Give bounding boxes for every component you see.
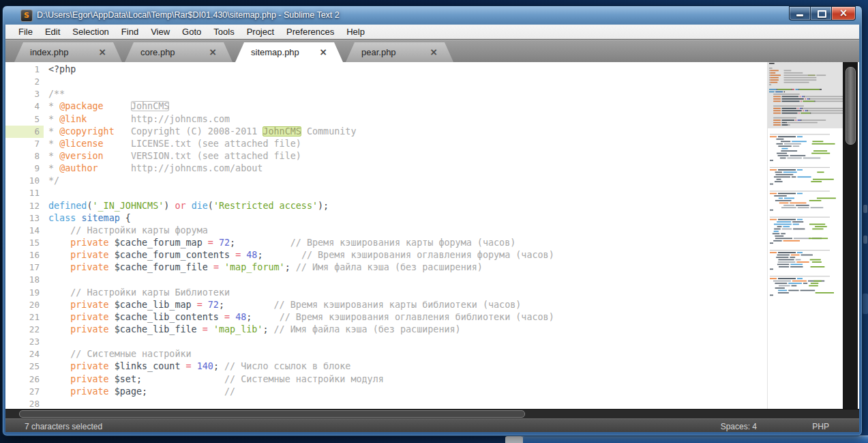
menu-item-goto[interactable]: Goto xyxy=(176,27,207,37)
gutter-line-number[interactable]: 27 xyxy=(5,386,44,398)
minimap[interactable] xyxy=(767,62,843,409)
gutter-line-number[interactable]: 5 xyxy=(5,113,44,126)
gutter-line-number[interactable]: 3 xyxy=(5,88,44,100)
gutter-line-number[interactable]: 14 xyxy=(5,225,44,237)
menu-item-preferences[interactable]: Preferences xyxy=(280,27,340,37)
minimap-viewport[interactable] xyxy=(768,62,843,128)
code-line[interactable]: 23 xyxy=(5,336,766,348)
code-editor[interactable]: 1<?php23/**4* @package JohnCMS5* @link h… xyxy=(5,62,766,409)
token: * xyxy=(48,101,59,111)
code-line[interactable]: 26 private $set; // Системные настройки … xyxy=(5,373,766,386)
matched-word-outline: JohnCMS xyxy=(131,101,169,111)
gutter-line-number[interactable]: 19 xyxy=(5,287,44,299)
token: 72 xyxy=(219,238,230,248)
menu-item-help[interactable]: Help xyxy=(340,27,371,37)
code-line[interactable]: 4* @package JohnCMS xyxy=(5,100,766,113)
horizontal-scrollbar-thumb[interactable] xyxy=(19,410,525,418)
menu-item-project[interactable]: Project xyxy=(241,27,280,37)
menu-item-find[interactable]: Find xyxy=(115,27,145,37)
token: = xyxy=(186,361,192,371)
horizontal-scrollbar[interactable] xyxy=(5,409,859,418)
gutter-line-number[interactable]: 22 xyxy=(5,324,44,336)
tab-pear.php[interactable]: pear.php× xyxy=(346,42,453,62)
status-syntax[interactable]: PHP xyxy=(812,422,829,431)
tab-close-icon[interactable]: × xyxy=(98,46,106,58)
title-bar[interactable]: S D:\Users\Egor\AppData\Local\Temp\Rar$D… xyxy=(3,6,862,25)
close-button[interactable]: × xyxy=(832,6,856,20)
tab-index.php[interactable]: index.php× xyxy=(14,42,122,62)
gutter-line-number[interactable]: 4 xyxy=(5,100,44,113)
code-line[interactable]: 1<?php xyxy=(5,63,766,76)
gutter-line-number[interactable]: 15 xyxy=(5,237,44,249)
menu-item-edit[interactable]: Edit xyxy=(39,27,66,37)
gutter-line-number[interactable]: 13 xyxy=(5,212,44,225)
token xyxy=(219,312,224,322)
gutter-line-number[interactable]: 25 xyxy=(5,360,44,373)
code-line[interactable]: 13class sitemap { xyxy=(5,212,766,225)
code-line[interactable]: 21 private $cache_lib_contents = 48; // … xyxy=(5,311,766,324)
background-window-edge[interactable] xyxy=(520,435,868,443)
tab-sitemap.php[interactable]: sitemap.php× xyxy=(235,42,343,62)
code-line[interactable]: 2 xyxy=(5,76,766,88)
gutter-line-number[interactable]: 8 xyxy=(5,150,44,162)
gutter-line-number[interactable]: 17 xyxy=(5,261,44,274)
code-line[interactable]: 10*/ xyxy=(5,175,766,187)
gutter-line-number[interactable]: 2 xyxy=(5,76,44,88)
token xyxy=(109,250,115,260)
gutter-line-number[interactable]: 9 xyxy=(5,162,44,175)
gutter-line-number[interactable]: 26 xyxy=(5,373,44,386)
code-line[interactable]: 16 private $cache_forum_contents = 48; /… xyxy=(5,249,766,261)
vertical-scrollbar[interactable] xyxy=(843,62,858,409)
status-indentation[interactable]: Spaces: 4 xyxy=(721,422,757,431)
maximize-button[interactable] xyxy=(810,6,832,20)
code-line[interactable]: 24 // Системные настройки xyxy=(5,348,766,360)
code-line[interactable]: 15 private $cache_forum_map = 72; // Вре… xyxy=(5,237,766,249)
token: // Время кэширования карты библиотеки (ч… xyxy=(274,300,522,310)
tab-core.php[interactable]: core.php× xyxy=(125,42,233,62)
menu-item-view[interactable]: View xyxy=(145,27,176,37)
gutter-line-number[interactable]: 7 xyxy=(5,138,44,150)
code-line[interactable]: 17 private $cache_forum_file = 'map_foru… xyxy=(5,261,766,274)
code-line[interactable]: 14 // Настройки карты форума xyxy=(5,225,766,237)
gutter-line-number[interactable]: 20 xyxy=(5,299,44,311)
menu-item-file[interactable]: File xyxy=(12,27,39,37)
code-line[interactable]: 27 private $page; // xyxy=(5,386,766,398)
code-line[interactable]: 8* @version VERSION.txt (see attached fi… xyxy=(5,150,766,162)
tab-strip: index.php×core.php×sitemap.php×pear.php× xyxy=(14,42,453,62)
code-line[interactable]: 25 private $links_count = 140; // Число … xyxy=(5,360,766,373)
code-line[interactable]: 20 private $cache_lib_map = 72; // Время… xyxy=(5,299,766,311)
code-line[interactable]: 7* @license LICENSE.txt (see attached fi… xyxy=(5,138,766,150)
minimize-button[interactable] xyxy=(789,6,810,20)
code-line[interactable]: 9* @author http://johncms.com/about xyxy=(5,162,766,175)
vertical-scrollbar-thumb[interactable] xyxy=(845,67,856,145)
gutter-line-number[interactable]: 16 xyxy=(5,249,44,261)
code-line[interactable]: 18 xyxy=(5,274,766,286)
code-text: private $cache_forum_map = 72; // Время … xyxy=(48,238,515,248)
tab-close-icon[interactable]: × xyxy=(319,46,327,58)
token: http://johncms.com xyxy=(131,114,230,124)
gutter-line-number[interactable]: 11 xyxy=(5,187,44,199)
code-line[interactable]: 11 xyxy=(5,187,766,199)
menu-item-selection[interactable]: Selection xyxy=(66,27,115,37)
token xyxy=(203,238,208,248)
gutter-line-number[interactable]: 21 xyxy=(5,311,44,324)
code-line[interactable]: 22 private $cache_lib_file = 'map_lib'; … xyxy=(5,324,766,336)
code-line[interactable]: 28 xyxy=(5,398,766,409)
code-line[interactable]: 5* @link http://johncms.com xyxy=(5,113,766,126)
gutter-line-number[interactable]: 18 xyxy=(5,274,44,286)
code-line[interactable]: 12defined('_IN_JOHNCMS') or die('Restric… xyxy=(5,200,766,212)
gutter-line-number[interactable]: 28 xyxy=(5,398,44,409)
menu-item-tools[interactable]: Tools xyxy=(207,27,240,37)
code-line[interactable]: 19 // Настройки карты Библиотеки xyxy=(5,287,766,299)
gutter-line-number[interactable]: 6 xyxy=(5,126,44,138)
gutter-line-number[interactable]: 23 xyxy=(5,336,44,348)
tab-close-icon[interactable]: × xyxy=(430,46,438,58)
code-line[interactable]: 6* @copyright Copyright (C) 2008-2011 Jo… xyxy=(5,126,766,138)
gutter-line-number[interactable]: 1 xyxy=(5,63,44,76)
gutter-line-number[interactable]: 12 xyxy=(5,200,44,212)
tab-close-icon[interactable]: × xyxy=(209,46,217,58)
gutter-line-number[interactable]: 10 xyxy=(5,175,44,187)
gutter-line-number[interactable]: 24 xyxy=(5,348,44,360)
code-text: private $cache_forum_contents = 48; // В… xyxy=(48,250,554,260)
code-line[interactable]: 3/** xyxy=(5,88,766,100)
